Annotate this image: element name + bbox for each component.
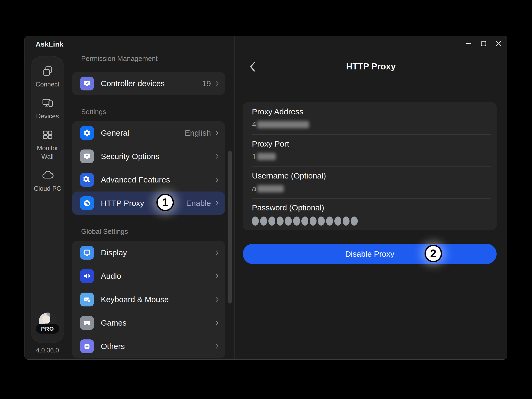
security-options-icon [80,149,94,163]
chevron-right-icon [215,343,219,350]
row-value: English [185,128,211,138]
keyboard-mouse-icon [80,293,94,306]
sidebar-item-connect[interactable]: Connect [33,65,62,88]
general-gear-icon [80,126,94,140]
annotation-step-1: 1 [156,194,174,211]
sidebar-item-label: Devices [33,112,62,120]
pro-badge: PRO [36,324,59,334]
minimize-button[interactable] [463,38,475,49]
value-prefix: 1 [252,152,256,161]
row-label: General [101,128,185,138]
row-value: Enable [186,199,211,208]
section-header-settings: Settings [81,108,106,116]
sidebar-item-monitor-wall[interactable]: Monitor Wall [33,129,62,160]
password-dot [326,217,333,226]
password-dot [310,217,317,226]
sidebar-item-label: Cloud PC [33,184,62,193]
detail-title: HTTP Proxy [234,61,507,72]
field-label: Proxy Address [252,107,497,116]
annotation-step-2: 2 [425,245,442,262]
sidebar-item-label: Monitor Wall [33,144,62,160]
password-dot [351,217,358,226]
chevron-right-icon [215,200,219,207]
proxy-port-field[interactable]: Proxy Port 1 [243,134,497,167]
monitor-wall-icon [41,129,54,141]
advanced-features-icon [80,173,94,187]
row-controller-devices[interactable]: Controller devices 19 [72,72,225,95]
password-dot [343,217,350,226]
password-dots [252,217,497,226]
sidebar: Connect Devices Monitor Wall [31,56,64,343]
chevron-right-icon [215,176,219,183]
row-label: Others [101,342,215,351]
close-icon [495,40,502,47]
password-dot [277,217,284,226]
row-label: Keyboard & Mouse [101,295,215,304]
window-controls [463,38,505,49]
row-display[interactable]: Display [72,241,225,264]
row-games[interactable]: Games [72,311,225,335]
http-proxy-globe-icon [80,196,94,210]
row-count: 19 [202,79,211,88]
sidebar-item-label: Connect [33,80,62,88]
row-label: Advanced Features [101,175,215,184]
row-http-proxy[interactable]: HTTP Proxy Enable [72,192,225,215]
password-dot [285,217,292,226]
proxy-address-field[interactable]: Proxy Address 4 [243,102,497,134]
permission-card: Controller devices 19 [72,72,225,95]
field-value: a [252,184,497,193]
maximize-button[interactable] [477,38,490,49]
app-window: AskLink Connect [24,36,507,360]
row-keyboard-mouse[interactable]: Keyboard & Mouse [72,288,225,311]
section-header-global: Global Settings [81,227,128,236]
row-advanced-features[interactable]: Advanced Features [72,168,225,192]
version-label: 4.0.36.0 [31,347,64,354]
panel-divider [234,36,235,359]
password-dot [260,217,267,226]
chevron-right-icon [215,273,219,280]
settings-card: General English Security Options [72,121,225,215]
row-label: Games [101,318,215,327]
value-prefix: a [252,184,256,193]
global-settings-card: Display Audio [72,241,225,358]
password-dot [293,217,300,226]
password-dot [318,217,325,226]
chevron-right-icon [215,296,219,303]
disable-proxy-button[interactable]: Disable Proxy [243,244,497,264]
list-scrollbar[interactable] [228,151,232,304]
field-value: 1 [252,152,497,161]
password-dot [252,217,259,226]
value-prefix: 4 [252,120,256,129]
row-security-options[interactable]: Security Options [72,145,225,168]
row-label: Display [101,248,215,257]
row-others[interactable]: Others [72,335,225,358]
chevron-right-icon [215,249,219,256]
devices-icon [41,97,54,109]
field-label: Password (Optional) [252,203,497,212]
chevron-right-icon [215,153,219,160]
password-dot [268,217,275,226]
minimize-icon [465,40,472,47]
audio-icon [80,269,94,283]
row-general[interactable]: General English [72,121,225,145]
chevron-right-icon [215,80,219,87]
cloud-pc-icon [41,169,54,181]
close-button[interactable] [492,38,505,49]
sidebar-item-devices[interactable]: Devices [33,97,62,120]
sidebar-item-cloud-pc[interactable]: Cloud PC [33,169,62,193]
masked-value [257,185,284,192]
masked-value [257,153,276,160]
display-icon [80,246,94,260]
connect-icon [41,65,54,77]
username-field[interactable]: Username (Optional) a [243,166,497,198]
password-dot [301,217,308,226]
chevron-right-icon [215,130,219,136]
gamepad-icon [80,316,94,330]
row-label: Controller devices [101,79,202,88]
row-audio[interactable]: Audio [72,264,225,288]
disable-proxy-label: Disable Proxy [345,250,394,259]
screen: AskLink Connect [0,0,532,399]
password-field[interactable]: Password (Optional) [243,198,497,231]
chevron-right-icon [215,319,219,326]
field-label: Username (Optional) [252,171,497,180]
